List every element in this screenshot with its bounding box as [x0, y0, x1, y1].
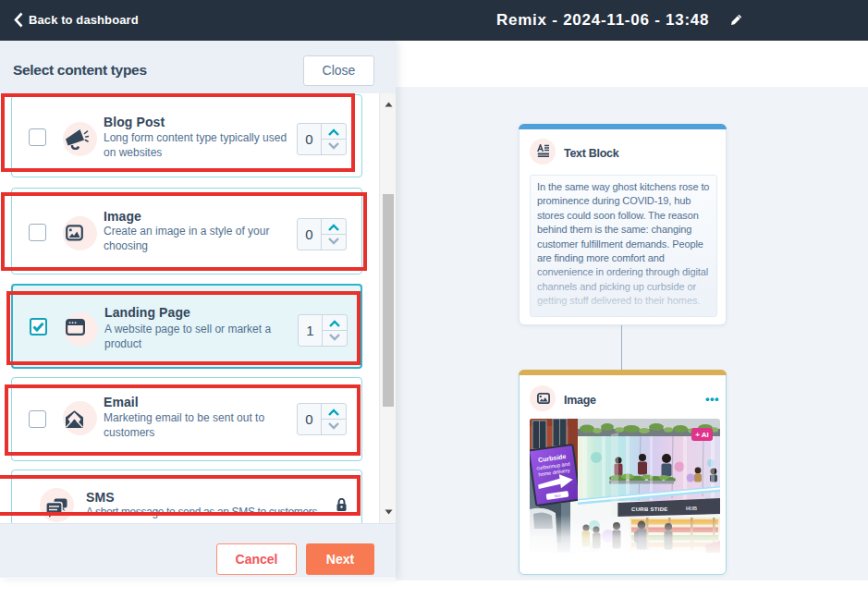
svg-text:HUB: HUB — [686, 506, 697, 511]
svg-text:+ AI: + AI — [695, 431, 709, 439]
svg-text:CURB STIDE: CURB STIDE — [631, 506, 668, 512]
